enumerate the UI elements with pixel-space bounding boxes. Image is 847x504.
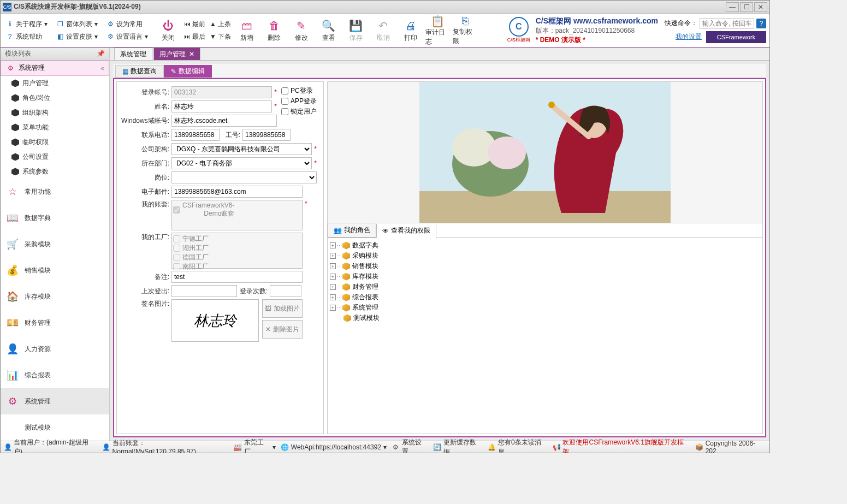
delete-image-button[interactable]: ✕ 删除图片: [262, 320, 303, 339]
sidebar-tree-item[interactable]: 用户管理: [1, 76, 109, 91]
expand-icon[interactable]: +: [330, 242, 336, 248]
nav-last[interactable]: ⏭最后: [184, 32, 205, 41]
expand-icon[interactable]: +: [330, 284, 336, 290]
status-welcome: 📢欢迎使用CSFrameworkV6.1旗舰版开发框架: [553, 438, 690, 454]
cube-icon: [11, 168, 19, 175]
sidebar-nav-2[interactable]: 🛒采购模块: [1, 231, 109, 257]
doc-tab-sysmanage[interactable]: 系统管理: [114, 48, 152, 60]
account-input[interactable]: [171, 86, 272, 98]
status-refresh[interactable]: 🔄更新缓存数据: [434, 438, 483, 454]
nav-next[interactable]: ▼下条: [210, 32, 231, 41]
tree-node[interactable]: +⋯采购模块: [330, 251, 760, 261]
sidebar-tree-item[interactable]: 临时权限: [1, 135, 109, 150]
tree-node[interactable]: ⋯测试模块: [330, 313, 760, 323]
sidebar-nav-8[interactable]: ⚙系统管理: [1, 388, 109, 414]
syshelp-menu[interactable]: ?系统帮助: [4, 31, 50, 43]
remark-input[interactable]: [171, 271, 303, 283]
status-syssetting[interactable]: ⚙系统设置: [392, 438, 428, 454]
sidebar-nav-3[interactable]: 💰销售模块: [1, 257, 109, 283]
sidebar-nav-6[interactable]: 👤人力资源: [1, 336, 109, 362]
lock-user-checkbox[interactable]: 锁定用户: [281, 107, 317, 116]
close-button[interactable]: ⏻关闭: [155, 15, 182, 46]
sidebar-nav-0[interactable]: ☆常用功能: [1, 179, 109, 205]
nav-first[interactable]: ⏮最前: [184, 20, 205, 29]
db-del-icon: 🗑: [266, 18, 282, 33]
sidebar-tree-item[interactable]: 组织架构: [1, 105, 109, 120]
tree-node[interactable]: +⋯数据字典: [330, 240, 760, 251]
factory-listbox[interactable]: 宁德工厂湖州工厂德国工厂南阳工厂: [171, 233, 303, 269]
doc-tab-usermanage[interactable]: 用户管理✕: [153, 48, 200, 60]
status-messages[interactable]: 🔔您有0条未读消息: [488, 438, 548, 454]
delete-button[interactable]: 🗑删除: [260, 15, 288, 46]
tree-node[interactable]: +⋯销售模块: [330, 261, 760, 271]
copyperm-button[interactable]: ⎘复制权限: [452, 15, 479, 46]
subtab-query[interactable]: ▦数据查询: [115, 65, 164, 78]
cmd-help-button[interactable]: ?: [756, 19, 766, 28]
domain-input[interactable]: [171, 115, 277, 127]
add-button[interactable]: 🗃新增: [233, 15, 260, 46]
megaphone-icon: 📢: [553, 443, 560, 451]
close-window-button[interactable]: ✕: [754, 2, 767, 12]
expand-icon[interactable]: +: [330, 263, 336, 269]
print-button[interactable]: 🖨打印: [397, 15, 424, 46]
tree-node[interactable]: +⋯综合报表: [330, 292, 760, 303]
close-tab-icon[interactable]: ✕: [189, 50, 194, 58]
windows-icon: ❐: [56, 20, 64, 28]
expand-icon[interactable]: +: [330, 253, 336, 259]
sidebar-nav-4[interactable]: 🏠库存模块: [1, 283, 109, 310]
load-image-button[interactable]: 🖼 加载图片: [262, 299, 303, 318]
dept-select[interactable]: DG02 - 电子商务部: [171, 157, 312, 169]
permtab-myroles[interactable]: 👥我的角色: [328, 223, 376, 238]
sidebar-nav-9[interactable]: 测试模块: [1, 414, 109, 441]
maximize-button[interactable]: ☐: [740, 2, 753, 12]
sidebar-nav-1[interactable]: 📖数据字典: [1, 205, 109, 231]
titlebar: C/S C/S系统快速开发框架-旗舰版V6.1(2024-09) — ☐ ✕: [1, 1, 769, 14]
status-factory[interactable]: 🏭东莞工厂 ▾: [234, 438, 276, 454]
app-login-checkbox[interactable]: APP登录: [281, 97, 317, 106]
minimize-button[interactable]: —: [726, 2, 739, 12]
nav-icon: 💴: [5, 315, 20, 330]
sidebar-tree-item[interactable]: 角色/岗位: [1, 91, 109, 105]
sidebar-group-sysmanage[interactable]: ⚙ 系统管理 «: [1, 61, 109, 76]
cancel-button[interactable]: ↶取消: [370, 15, 397, 46]
sidebar-tree-item[interactable]: 系统参数: [1, 164, 109, 179]
permtab-myperms[interactable]: 👁查看我的权限: [376, 224, 436, 238]
tree-node[interactable]: +⋯库存模块: [330, 271, 760, 282]
ledger-listbox[interactable]: CSFrameworkV6-Demo账套: [171, 200, 303, 230]
setskin-menu[interactable]: ◧设置皮肤 ▾: [54, 31, 100, 43]
phone-input[interactable]: [171, 129, 220, 141]
email-input[interactable]: [171, 186, 303, 198]
auditlog-button[interactable]: 📋审计日志: [424, 15, 452, 46]
lastlogin-input[interactable]: [171, 285, 237, 297]
subtab-edit[interactable]: ✎数据编辑: [164, 65, 212, 78]
windowlist-menu[interactable]: ❐窗体列表 ▾: [54, 19, 100, 30]
sidebar-nav-5[interactable]: 💴财务管理: [1, 310, 109, 336]
pc-login-checkbox[interactable]: PC登录: [281, 86, 317, 96]
sidebar-pin[interactable]: 📌: [97, 50, 105, 57]
sidebar-tree-item[interactable]: 公司设置: [1, 150, 109, 164]
expand-icon[interactable]: +: [330, 294, 336, 300]
expand-icon[interactable]: +: [330, 305, 336, 311]
jobno-input[interactable]: [242, 129, 291, 141]
about-menu[interactable]: ℹ关于程序 ▾: [4, 19, 50, 30]
edit-button[interactable]: ✎修改: [288, 15, 315, 46]
my-settings-link[interactable]: 我的设置: [676, 32, 702, 41]
up-icon: ▲: [210, 20, 216, 28]
quick-command-input[interactable]: [700, 18, 754, 29]
sidebar-nav-7[interactable]: 📊综合报表: [1, 362, 109, 388]
tree-node[interactable]: +⋯系统管理: [330, 303, 760, 313]
sidebar-tree-item[interactable]: 菜单功能: [1, 120, 109, 135]
nav-prev[interactable]: ▲上条: [210, 20, 231, 29]
setlang-menu[interactable]: ⚙设置语言 ▾: [104, 31, 150, 43]
view-button[interactable]: 🔍查看: [315, 15, 342, 46]
tree-node[interactable]: +⋯财务管理: [330, 282, 760, 292]
status-copyright: 📦Copyrights 2006-202: [696, 440, 766, 454]
company-select[interactable]: DGXQ - 东莞喜鹊网络科技有限公司: [171, 143, 312, 155]
save-button[interactable]: 💾保存: [342, 15, 370, 46]
post-select[interactable]: [171, 171, 317, 183]
expand-icon[interactable]: +: [330, 274, 336, 280]
permission-tree[interactable]: +⋯数据字典+⋯采购模块+⋯销售模块+⋯库存模块+⋯财务管理+⋯综合报表+⋯系统…: [328, 238, 762, 434]
name-input[interactable]: [171, 100, 272, 112]
logincount-input[interactable]: [270, 285, 301, 297]
setdefault-menu[interactable]: ⚙设为常用: [104, 19, 150, 30]
